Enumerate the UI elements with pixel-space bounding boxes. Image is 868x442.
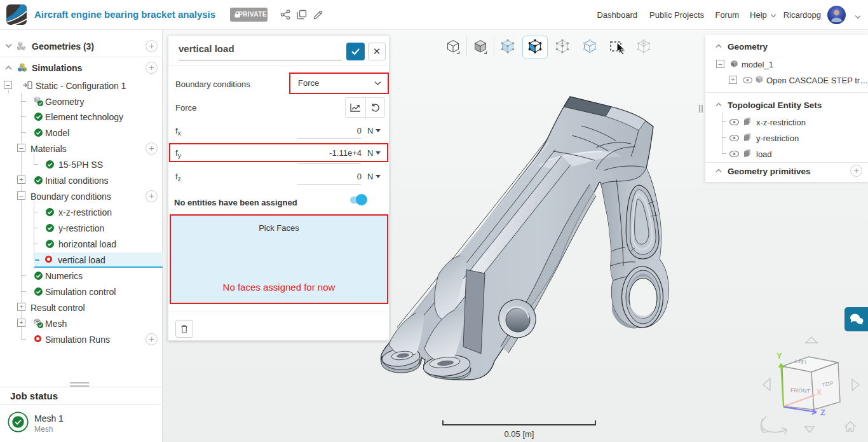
- svg-text:FRONT: FRONT: [790, 387, 810, 394]
- svg-text:X: X: [817, 388, 822, 397]
- svg-text:Z: Z: [820, 408, 825, 417]
- svg-text:Y: Y: [776, 351, 782, 361]
